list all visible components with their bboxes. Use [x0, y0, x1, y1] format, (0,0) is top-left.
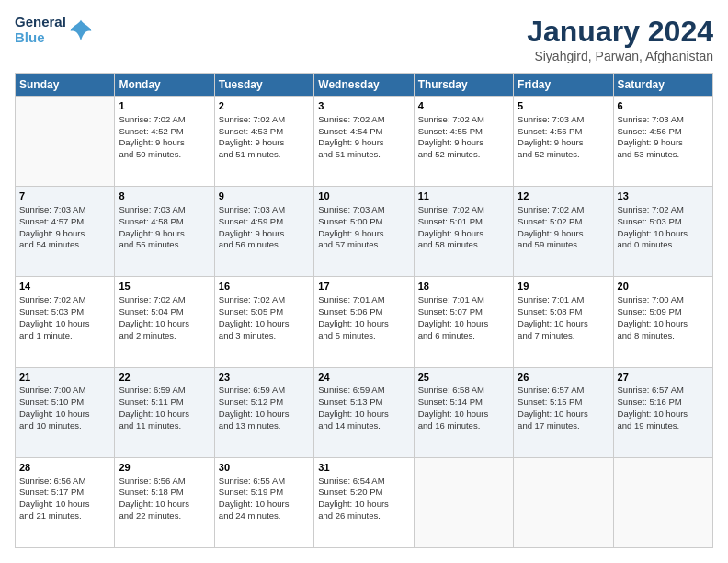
day-info-line: and 26 minutes. — [318, 511, 409, 523]
month-title: January 2024 — [527, 15, 713, 49]
day-info-line: Sunset: 5:15 PM — [518, 396, 609, 408]
day-number: 25 — [418, 371, 509, 385]
day-info-line: Daylight: 10 hours — [518, 318, 609, 330]
calendar-cell: 21Sunrise: 7:00 AMSunset: 5:10 PMDayligh… — [16, 367, 115, 457]
day-number: 24 — [318, 371, 409, 385]
day-info-line: Sunset: 5:16 PM — [618, 396, 709, 408]
day-info-line: and 13 minutes. — [219, 420, 310, 432]
day-info-line: Sunrise: 7:03 AM — [318, 204, 409, 216]
day-info-line: Sunrise: 7:00 AM — [618, 294, 709, 306]
day-info-line: and 2 minutes. — [119, 330, 210, 342]
day-info-line: and 14 minutes. — [318, 420, 409, 432]
logo-general: General — [15, 15, 66, 30]
day-info-line: Sunset: 5:14 PM — [418, 396, 509, 408]
day-info-line: Daylight: 10 hours — [318, 499, 409, 511]
calendar-day-header: Monday — [115, 74, 214, 97]
day-number: 9 — [219, 190, 310, 203]
day-info-line: Sunset: 5:05 PM — [219, 306, 310, 318]
day-info-line: Sunset: 4:56 PM — [618, 126, 709, 138]
day-info-line: Sunset: 5:01 PM — [418, 216, 509, 228]
day-info-line: Sunset: 4:58 PM — [119, 216, 210, 228]
calendar-day-header: Friday — [514, 74, 613, 97]
day-info-line: and 5 minutes. — [318, 330, 409, 342]
day-info-line: and 55 minutes. — [119, 239, 210, 251]
day-info-line: and 51 minutes. — [219, 149, 310, 161]
calendar-week-row: 7Sunrise: 7:03 AMSunset: 4:57 PMDaylight… — [16, 187, 713, 277]
day-info-line: Sunset: 4:57 PM — [19, 216, 110, 228]
location: Siyahgird, Parwan, Afghanistan — [527, 49, 713, 63]
day-info-line: Daylight: 9 hours — [518, 228, 609, 240]
logo-bird-icon — [69, 18, 93, 42]
day-info-line: Daylight: 10 hours — [119, 408, 210, 420]
calendar-header-row: SundayMondayTuesdayWednesdayThursdayFrid… — [16, 74, 713, 97]
day-info-line: and 56 minutes. — [219, 239, 310, 251]
day-info-line: Sunrise: 7:01 AM — [318, 294, 409, 306]
day-info-line: Daylight: 10 hours — [119, 499, 210, 511]
day-number: 13 — [618, 190, 709, 203]
day-info-line: Daylight: 10 hours — [318, 318, 409, 330]
day-info-line: Daylight: 10 hours — [318, 408, 409, 420]
day-info-line: and 1 minute. — [19, 330, 110, 342]
day-info-line: Daylight: 10 hours — [19, 318, 110, 330]
day-number: 19 — [518, 280, 609, 293]
day-number: 2 — [219, 99, 310, 113]
day-info-line: Daylight: 9 hours — [119, 137, 210, 149]
day-info-line: Sunset: 5:07 PM — [418, 306, 509, 318]
calendar-cell: 16Sunrise: 7:02 AMSunset: 5:05 PMDayligh… — [214, 277, 313, 367]
day-info-line: Sunset: 4:55 PM — [418, 126, 509, 138]
calendar-cell: 5Sunrise: 7:03 AMSunset: 4:56 PMDaylight… — [514, 97, 613, 187]
day-info-line: Daylight: 9 hours — [219, 137, 310, 149]
day-info-line: Sunrise: 7:02 AM — [318, 114, 409, 126]
calendar-cell: 8Sunrise: 7:03 AMSunset: 4:58 PMDaylight… — [115, 187, 214, 277]
day-number: 1 — [119, 99, 210, 113]
day-info-line: Sunset: 5:10 PM — [19, 396, 110, 408]
day-info-line: and 22 minutes. — [119, 511, 210, 523]
day-info-line: Sunrise: 7:02 AM — [518, 204, 609, 216]
day-info-line: Sunset: 5:19 PM — [219, 487, 310, 499]
day-number: 3 — [318, 99, 409, 113]
day-info-line: and 8 minutes. — [618, 330, 709, 342]
day-info-line: Sunset: 5:03 PM — [618, 216, 709, 228]
calendar-cell: 28Sunrise: 6:56 AMSunset: 5:17 PMDayligh… — [16, 457, 115, 547]
day-info-line: Sunset: 5:06 PM — [318, 306, 409, 318]
day-info-line: and 16 minutes. — [418, 420, 509, 432]
calendar-cell: 11Sunrise: 7:02 AMSunset: 5:01 PMDayligh… — [414, 187, 513, 277]
day-number: 17 — [318, 280, 409, 293]
day-info-line: Sunrise: 7:02 AM — [418, 114, 509, 126]
day-info-line: Sunrise: 7:03 AM — [119, 204, 210, 216]
day-info-line: Daylight: 9 hours — [19, 228, 110, 240]
day-info-line: and 10 minutes. — [19, 420, 110, 432]
calendar-day-header: Tuesday — [214, 74, 313, 97]
day-info-line: and 11 minutes. — [119, 420, 210, 432]
day-info-line: Sunrise: 6:55 AM — [219, 476, 310, 488]
day-number: 27 — [618, 371, 709, 385]
day-info-line: Sunset: 5:09 PM — [618, 306, 709, 318]
day-number: 16 — [219, 280, 310, 293]
day-number: 28 — [19, 461, 110, 475]
day-info-line: Daylight: 9 hours — [418, 228, 509, 240]
day-info-line: Daylight: 9 hours — [618, 137, 709, 149]
calendar-day-header: Saturday — [613, 74, 712, 97]
day-number: 18 — [418, 280, 509, 293]
day-info-line: Sunrise: 6:57 AM — [618, 385, 709, 396]
title-block: January 2024 Siyahgird, Parwan, Afghanis… — [527, 15, 713, 63]
calendar-cell — [514, 457, 613, 547]
day-info-line: Sunrise: 7:02 AM — [119, 114, 210, 126]
day-info-line: Sunset: 5:18 PM — [119, 487, 210, 499]
day-info-line: Sunrise: 6:58 AM — [418, 385, 509, 396]
day-info-line: and 17 minutes. — [518, 420, 609, 432]
day-info-line: Daylight: 10 hours — [219, 499, 310, 511]
day-info-line: Sunset: 4:59 PM — [219, 216, 310, 228]
day-info-line: Sunset: 5:00 PM — [318, 216, 409, 228]
day-info-line: and 59 minutes. — [518, 239, 609, 251]
day-info-line: Sunrise: 7:02 AM — [119, 294, 210, 306]
calendar-cell: 24Sunrise: 6:59 AMSunset: 5:13 PMDayligh… — [314, 367, 414, 457]
calendar-cell: 29Sunrise: 6:56 AMSunset: 5:18 PMDayligh… — [115, 457, 214, 547]
calendar-cell: 1Sunrise: 7:02 AMSunset: 4:52 PMDaylight… — [115, 97, 214, 187]
day-info-line: Sunrise: 7:03 AM — [618, 114, 709, 126]
day-info-line: and 3 minutes. — [219, 330, 310, 342]
calendar-table: SundayMondayTuesdayWednesdayThursdayFrid… — [15, 73, 713, 548]
day-info-line: and 6 minutes. — [418, 330, 509, 342]
day-info-line: and 52 minutes. — [518, 149, 609, 161]
day-number: 23 — [219, 371, 310, 385]
